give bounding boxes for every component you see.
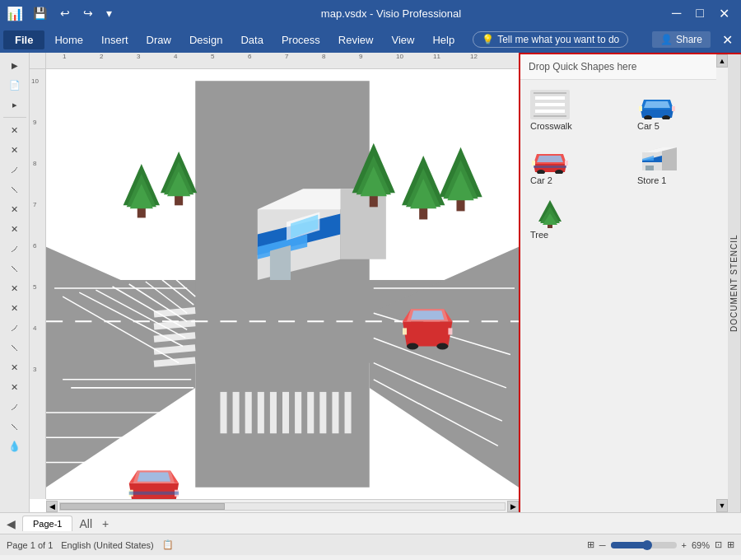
menu-process[interactable]: Process	[273, 30, 329, 49]
tool-x7[interactable]: ✕	[2, 279, 27, 297]
hscroll-track[interactable]	[59, 502, 506, 511]
svg-rect-21	[332, 392, 338, 433]
svg-marker-47	[340, 189, 385, 259]
scroll-down-button[interactable]: ▼	[716, 499, 728, 512]
save-icon[interactable]: 💾	[30, 5, 50, 21]
store1-label: Store 1	[637, 175, 666, 185]
shape-tree[interactable]: Tree	[527, 195, 627, 243]
menu-file[interactable]: File	[3, 30, 44, 49]
toolbar-pages-icon[interactable]: 📄	[2, 76, 27, 94]
ruler-mark: 6	[248, 53, 251, 60]
tool-x9[interactable]: ✕	[2, 358, 27, 376]
ruler-mark: 2	[100, 53, 103, 60]
zoom-slider[interactable]	[611, 542, 677, 548]
store1-icon	[637, 144, 677, 174]
svg-rect-91	[535, 110, 565, 113]
fit-page-icon[interactable]: ⊡	[715, 539, 722, 550]
panel-header: Drop Quick Shapes here	[520, 54, 741, 80]
vscroll-track[interactable]	[716, 68, 728, 499]
svg-rect-20	[319, 392, 326, 433]
page-indicator: Page 1 of 1	[7, 540, 53, 550]
canvas-area: 1 2 3 4 5 6 7 8 9 10 11 12 10 9 8 7 6	[30, 53, 519, 512]
scroll-right-button[interactable]: ▶	[507, 501, 519, 512]
scroll-pages-left[interactable]: ◀	[3, 517, 19, 530]
menu-design[interactable]: Design	[181, 30, 231, 49]
lightbulb-icon: 💡	[482, 34, 494, 45]
svg-rect-100	[672, 106, 675, 111]
toolbar-arrow-icon[interactable]: ▸	[2, 96, 27, 114]
tool-x8[interactable]: ✕	[2, 299, 27, 317]
menu-home[interactable]: Home	[46, 30, 91, 49]
car-bottom-left	[129, 471, 179, 499]
ruler-left: 10 9 8 7 6 5 4 3	[30, 69, 46, 499]
menu-insert[interactable]: Insert	[93, 30, 137, 49]
menu-help[interactable]: Help	[424, 30, 463, 49]
menu-draw[interactable]: Draw	[138, 30, 179, 49]
tool-x2[interactable]: ✕	[2, 141, 27, 159]
view-icon2[interactable]: ⊞	[727, 539, 734, 550]
vertical-scrollbar[interactable]: ▲ ▼	[716, 54, 728, 512]
shape-car2[interactable]: Car 2	[527, 141, 627, 189]
menu-data[interactable]: Data	[232, 30, 271, 49]
ruler-mark: 12	[470, 53, 478, 60]
shape-crosswalk[interactable]: Crosswalk	[527, 86, 627, 134]
ruler-mark: 8	[322, 53, 325, 60]
maximize-button[interactable]: □	[691, 4, 709, 22]
tool-slash[interactable]: ⟋	[2, 240, 27, 258]
minimize-button[interactable]: ─	[667, 4, 686, 22]
share-button[interactable]: 👤 Share	[652, 31, 711, 48]
stencil-label[interactable]: DOCUMENT STENCIL	[728, 54, 741, 512]
zoom-handle[interactable]	[642, 540, 652, 550]
tool-water[interactable]: 💧	[2, 437, 27, 455]
zoom-out-button[interactable]: ─	[599, 540, 606, 550]
drawing-canvas[interactable]	[46, 69, 519, 499]
menu-review[interactable]: Review	[330, 30, 382, 49]
person-icon: 👤	[660, 34, 673, 45]
menu-close-button[interactable]: ✕	[717, 30, 738, 49]
tool-x1[interactable]: ✕	[2, 121, 27, 139]
tool-y1[interactable]: ⟋	[2, 319, 27, 337]
zoom-in-button[interactable]: +	[682, 540, 687, 550]
tool-z1[interactable]: ⟋	[2, 398, 27, 416]
page-tab-1[interactable]: Page-1	[22, 516, 72, 531]
hscroll-thumb[interactable]	[60, 503, 225, 510]
svg-marker-50	[270, 245, 291, 280]
scroll-left-button[interactable]: ◀	[46, 501, 58, 512]
tool-x6[interactable]: ✕	[2, 220, 27, 238]
undo-icon[interactable]: ↩	[57, 5, 73, 21]
title-bar-left: 📊 💾 ↩ ↪ ▾	[7, 5, 115, 21]
svg-rect-13	[233, 392, 240, 433]
svg-rect-18	[295, 392, 301, 433]
svg-rect-19	[307, 392, 314, 433]
ruler-mark: 4	[174, 53, 177, 60]
ruler-mark: 8	[33, 160, 36, 167]
svg-marker-110	[662, 147, 677, 170]
svg-point-75	[407, 343, 418, 349]
view-icon1[interactable]: ⊞	[587, 539, 594, 550]
title-bar-right: ─ □ ✕	[667, 4, 734, 23]
tool-x4[interactable]: ⟍	[2, 180, 27, 198]
ruler-mark: 3	[137, 53, 140, 60]
menu-view[interactable]: View	[383, 30, 422, 49]
all-pages-button[interactable]: All	[76, 517, 96, 530]
toolbar-expand[interactable]: ▶	[2, 56, 27, 74]
ruler-corner[interactable]	[30, 53, 46, 69]
scroll-up-button[interactable]: ▲	[716, 54, 728, 68]
ruler-mark: 1	[63, 53, 66, 60]
tell-me-label: Tell me what you want to do	[497, 34, 619, 45]
layout-icon: 📋	[162, 539, 174, 550]
tool-x3[interactable]: ⟋	[2, 161, 27, 179]
tool-bslash[interactable]: ⟍	[2, 259, 27, 278]
svg-rect-14	[245, 392, 252, 433]
svg-rect-16	[270, 392, 277, 433]
tool-y2[interactable]: ⟍	[2, 338, 27, 357]
add-page-button[interactable]: +	[99, 517, 112, 530]
tool-x5[interactable]: ✕	[2, 200, 27, 218]
close-button[interactable]: ✕	[714, 4, 734, 23]
horizontal-scrollbar[interactable]: ◀ ▶	[46, 499, 519, 512]
tool-z2[interactable]: ⟍	[2, 418, 27, 436]
tool-x10[interactable]: ✕	[2, 378, 27, 396]
redo-icon[interactable]: ↪	[80, 5, 96, 21]
tell-me-input[interactable]: 💡 Tell me what you want to do	[473, 31, 628, 48]
dropdown-icon[interactable]: ▾	[103, 5, 115, 21]
